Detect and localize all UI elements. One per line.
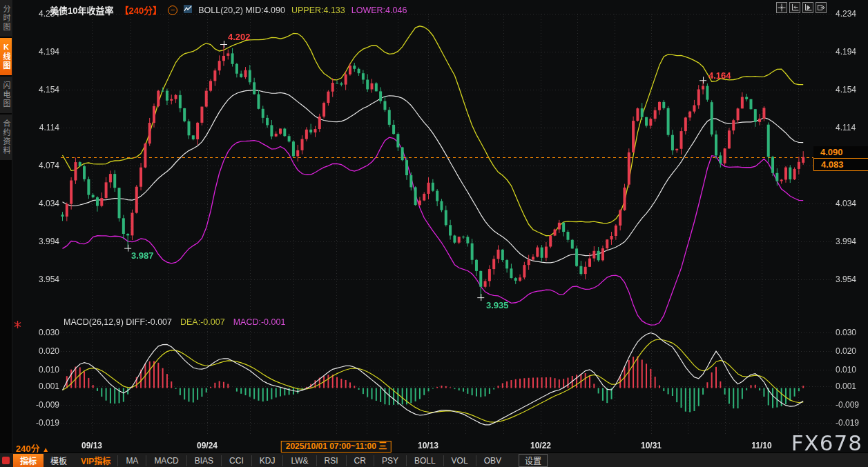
- date-label-4: 10/22: [530, 441, 551, 450]
- macd-axis-right-5: -0.019: [836, 418, 868, 428]
- indicator-flag-icon[interactable]: [14, 319, 21, 331]
- date-label-3: 10/13: [418, 441, 438, 450]
- app-window: 美债10年收益率 【240分】 − BOLL(20,2) MID:4.090 U…: [0, 0, 868, 467]
- kline-thumbnail-icon: [184, 5, 192, 15]
- price-axis-right-6: 3.994: [836, 237, 868, 246]
- date-label-0: 09/13: [81, 441, 102, 450]
- macd-axis-left-0: 0.030: [17, 328, 59, 337]
- price-axis-left-5: 4.034: [17, 199, 59, 208]
- price-axis-left-1: 4.194: [17, 47, 59, 57]
- macd-diff-label: MACD(26,12,9) DIFF:-0.007: [64, 317, 172, 327]
- macd-axis-left-2: 0.010: [17, 365, 59, 375]
- indicator-button-vol[interactable]: VOL: [443, 455, 476, 466]
- indicator-button-lw[interactable]: LW&: [282, 455, 316, 466]
- sidebar-item-3[interactable]: 合约资料: [0, 115, 12, 160]
- date-label-6: 11/10: [751, 441, 771, 450]
- indicator-button-boll[interactable]: BOLL: [406, 455, 443, 466]
- indicator-button-rsi[interactable]: RSI: [316, 455, 346, 466]
- date-label-5: 10/31: [641, 441, 662, 450]
- indicator-button-cci[interactable]: CCI: [221, 455, 251, 466]
- pan-right-icon[interactable]: [816, 2, 827, 13]
- watermark: FX678: [791, 430, 862, 455]
- chart-canvas[interactable]: [0, 0, 868, 453]
- sidebar-item-0[interactable]: 分时图: [0, 0, 12, 37]
- low-annotation: 3.987: [131, 250, 154, 261]
- price-axis-left-6: 3.994: [17, 237, 59, 246]
- macd-dea-label: DEA:-0.007: [180, 317, 225, 327]
- price-axis-right-0: 4.234: [836, 9, 868, 19]
- toolbar-tab-2[interactable]: VIP指标: [74, 454, 117, 467]
- crosshair-icon[interactable]: [776, 2, 787, 13]
- indicator-button-kdj[interactable]: KDJ: [251, 455, 283, 466]
- instrument-title: 美债10年收益率: [50, 3, 113, 17]
- indicator-toolbar: 指标模板VIP指标MAMACDBIASCCIKDJLW&RSICRPSYBOLL…: [0, 453, 868, 467]
- indicator-button-bias[interactable]: BIAS: [186, 455, 221, 466]
- macd-axis-right-3: 0.001: [836, 381, 868, 391]
- high-annotation: 4.164: [708, 70, 731, 81]
- hot-indicator-icon: [2, 457, 10, 464]
- boll-upper-label: UPPER:4.133: [291, 6, 345, 15]
- indicator-button-macd[interactable]: MACD: [146, 455, 186, 466]
- toolbar-tab-0[interactable]: 指标: [13, 454, 44, 467]
- macd-axis-right-2: 0.010: [836, 365, 868, 375]
- price-axis-right-7: 3.954: [836, 275, 868, 284]
- selected-date-label: 2025/10/01 07:00~11:00 三: [281, 441, 392, 453]
- price-axis-left-3: 4.114: [17, 123, 59, 132]
- macd-axis-left-5: -0.019: [17, 418, 59, 428]
- interval-label: 【240分】: [119, 3, 162, 17]
- collapse-icon[interactable]: −: [168, 6, 177, 15]
- sidebar-item-1[interactable]: K线图: [0, 38, 12, 75]
- price-axis-right-2: 4.154: [836, 85, 868, 95]
- macd-value-label: MACD:-0.001: [233, 317, 286, 327]
- price-axis-right-5: 4.034: [836, 199, 868, 208]
- macd-axis-right-4: -0.009: [836, 400, 868, 410]
- boll-lower-label: LOWER:4.046: [351, 6, 407, 15]
- settings-button[interactable]: 设置: [519, 454, 548, 467]
- scale-left-icon[interactable]: [789, 2, 800, 13]
- last-price-tag: 4.083: [813, 158, 868, 171]
- high-annotation: 4.202: [228, 32, 251, 42]
- scale-play-icon[interactable]: [802, 2, 813, 13]
- macd-axis-right-1: 0.020: [836, 346, 868, 356]
- price-axis-right-3: 4.114: [836, 123, 868, 132]
- price-axis-right-1: 4.194: [836, 47, 868, 57]
- macd-axis-left-1: 0.020: [17, 346, 59, 356]
- indicator-button-psy[interactable]: PSY: [374, 455, 406, 466]
- chart-tools: [776, 2, 827, 13]
- boll-mid-price-tag: 4.090: [813, 146, 868, 158]
- price-axis-left-2: 4.154: [17, 85, 59, 95]
- macd-axis-left-4: -0.009: [17, 400, 59, 410]
- boll-mid-label: BOLL(20,2) MID:4.090: [198, 6, 285, 15]
- price-axis-left-7: 3.954: [17, 275, 59, 284]
- sidebar: 分时图K线图闪电图合约资料: [0, 0, 12, 467]
- chart-header: 美债10年收益率 【240分】 − BOLL(20,2) MID:4.090 U…: [50, 3, 407, 17]
- macd-axis-right-0: 0.030: [836, 328, 868, 337]
- macd-axis-left-3: 0.001: [17, 381, 59, 391]
- indicator-button-obv[interactable]: OBV: [476, 455, 509, 466]
- indicator-button-cr[interactable]: CR: [346, 455, 374, 466]
- price-axis-left-4: 4.074: [17, 161, 59, 170]
- toolbar-tab-1[interactable]: 模板: [44, 454, 74, 467]
- macd-header: MACD(26,12,9) DIFF:-0.007 DEA:-0.007 MAC…: [64, 317, 285, 327]
- date-label-1: 09/24: [197, 441, 218, 450]
- indicator-button-ma[interactable]: MA: [117, 455, 146, 466]
- sidebar-item-2[interactable]: 闪电图: [0, 77, 12, 113]
- low-annotation: 3.935: [486, 300, 509, 310]
